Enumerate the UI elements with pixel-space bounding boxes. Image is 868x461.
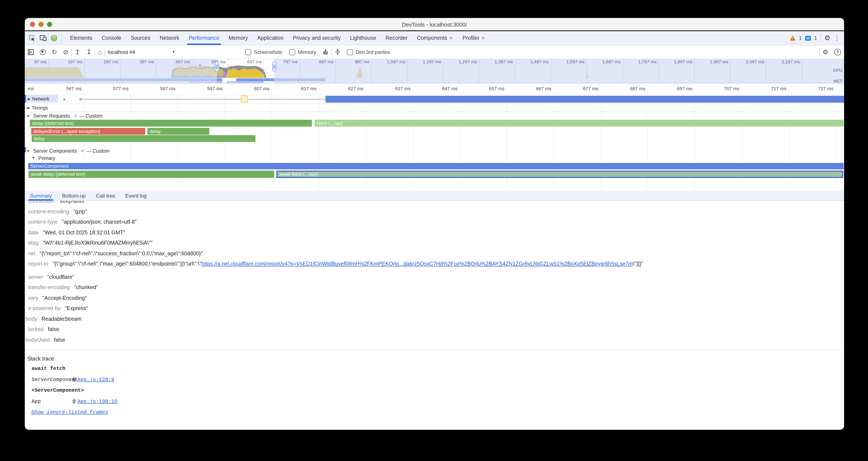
show-ignore-listed-frames-link[interactable]: Show ignore-listed frames	[31, 409, 108, 415]
expand-collapsed-icon[interactable]: ▶	[28, 97, 30, 101]
screenshots-checkbox[interactable]: Screenshots	[245, 49, 282, 55]
network-track-row[interactable]: ▶ Network	[25, 95, 844, 104]
expand-collapsed-icon[interactable]: ▶	[27, 106, 30, 110]
record-icon[interactable]	[40, 49, 46, 55]
custom-track-suffix: — Custom	[86, 148, 110, 153]
flame-bar-await-fetch-selected[interactable]: await fetch (.../api)	[276, 171, 843, 178]
settings-gear-icon[interactable]: ⚙	[824, 35, 830, 41]
tab-privacy-security[interactable]: Privacy and security	[288, 31, 345, 45]
show-ignore-listed-frames[interactable]: Show ignore-listed frames	[25, 407, 844, 418]
overview-tick-label: 1,997 ms	[694, 59, 730, 64]
tab-event-log[interactable]: Event log	[120, 191, 152, 201]
flame-bar-fetch-api[interactable]: fetch (.../api)	[315, 120, 844, 126]
flame-bar-delay-3[interactable]: delay	[32, 135, 255, 142]
dim-3rd-parties-checkbox[interactable]: Dim 3rd parties	[347, 49, 391, 55]
header-value: "Wed, 01 Oct 2025 18:32:01 GMT"	[43, 229, 125, 235]
collect-garbage-icon[interactable]	[323, 49, 329, 55]
tab-components[interactable]: Components⚛	[412, 31, 458, 45]
stack-frame-location-link[interactable]: App.js:190:16	[77, 398, 117, 404]
stack-frame-location-link[interactable]: App.js:128:9	[77, 377, 114, 382]
tab-memory[interactable]: Memory	[224, 31, 253, 45]
header-value: "W/\"4b1-RjEJloX9kRinu6F0MAZMmy6E5iA\""	[43, 240, 153, 246]
header-row: nel"{\"report_to\":\"cf-nel\",\"success_…	[25, 248, 844, 259]
header-row-report-to: report-to"{\"group\":\"cf-nel\",\"max_ag…	[25, 259, 844, 269]
warning-icon[interactable]	[790, 35, 796, 40]
overview-tick-label: 1,897 ms	[658, 59, 694, 64]
overview-tick-label: 297 ms	[84, 59, 120, 64]
flamechart-tracks[interactable]: ▶ Network ▶ Timings ▼ Server Requests	[25, 95, 844, 191]
timeline-overview[interactable]: 97 ms197 ms297 ms397 ms497 ms597 ms697 m…	[25, 59, 844, 83]
track-config-dot-icon[interactable]	[63, 98, 65, 100]
checkbox-box[interactable]	[245, 49, 251, 55]
report-to-link[interactable]: https://a.nel.cloudflare.com/report/v4?s…	[201, 261, 633, 267]
report-to-prefix: "{\"group\":\"cf-nel\",\"max_age\":60480…	[53, 261, 202, 267]
stack-frame-name: ServerComponent	[32, 374, 73, 385]
kebab-menu-icon[interactable]: ⋮	[834, 35, 840, 41]
expand-expanded-icon[interactable]: ▼	[32, 156, 35, 160]
network-request-bar[interactable]	[326, 96, 844, 103]
flame-bar-delay-deferred[interactable]: delay (deferred text)	[30, 120, 312, 126]
overview-tick-label: 697 ms	[228, 59, 264, 64]
divider	[820, 34, 821, 42]
live-metrics-home-icon[interactable]: ⌂	[98, 49, 102, 55]
flame-bar-delay-2[interactable]: delay	[147, 128, 209, 135]
ruler-tick-label: 667 ms	[507, 86, 554, 91]
stack-frame-at: @	[73, 398, 75, 404]
primary-group-header[interactable]: ▼ Primary	[25, 155, 844, 161]
performance-toolbar: ↻ ⊘ ↥ ↧ ⌂ localhost #4 ▼ Screenshots Mem…	[25, 45, 844, 59]
tab-application[interactable]: Application	[253, 31, 288, 45]
checkbox-box[interactable]	[347, 49, 353, 55]
tab-console[interactable]: Console	[97, 31, 126, 45]
issues-message-icon[interactable]	[805, 36, 811, 40]
timings-track-row[interactable]: ▶ Timings	[25, 104, 844, 112]
tab-sources[interactable]: Sources	[126, 31, 155, 45]
server-requests-track-header[interactable]: ▼ Server Requests ⚛ — Custom	[25, 113, 844, 119]
timings-track-label: Timings	[32, 105, 48, 110]
inspect-element-icon[interactable]	[29, 35, 35, 41]
stack-frame-name: App	[32, 396, 73, 407]
tab-performance[interactable]: Performance	[184, 31, 224, 45]
prop-key: bodyUsed	[26, 337, 50, 343]
memory-checkbox[interactable]: Memory	[289, 49, 316, 55]
tab-bottom-up[interactable]: Bottom-up	[57, 191, 91, 201]
header-key: x-powered-by	[28, 305, 60, 311]
network-track-header[interactable]: ▶ Network	[25, 95, 58, 103]
device-toolbar-icon[interactable]	[40, 35, 46, 41]
tab-summary[interactable]: Summary	[25, 191, 57, 201]
extension-gem-icon[interactable]	[51, 35, 57, 41]
flame-bar-delayed-error[interactable]: delayedError (...ayed exception)	[31, 128, 145, 135]
tab-lighthouse[interactable]: Lighthouse	[345, 31, 381, 45]
server-components-track-header[interactable]: ▼ Server Components ⚛ — Custom	[25, 148, 844, 154]
selection-handle-left[interactable]	[215, 62, 219, 72]
checkbox-box[interactable]	[289, 49, 295, 55]
ruler-ticks: 567 ms577 ms587 ms597 ms607 ms617 ms627 …	[25, 86, 836, 91]
history-select[interactable]: localhost #4 ▼	[108, 49, 175, 55]
tab-elements[interactable]: Elements	[65, 31, 97, 45]
tab-call-tree[interactable]: Call tree	[91, 191, 120, 201]
load-profile-icon[interactable]: ↥	[75, 49, 80, 55]
divider	[105, 48, 105, 56]
network-request-queued-marker[interactable]	[241, 95, 248, 103]
selection-handle-right[interactable]	[272, 62, 276, 72]
header-key: date	[28, 229, 39, 235]
overview-tick-label: 197 ms	[48, 59, 84, 64]
header-key: content-type	[28, 219, 58, 225]
toggle-sidebar-icon[interactable]	[28, 49, 34, 55]
flame-bar-server-component[interactable]: ServerComponent	[28, 163, 844, 169]
record-and-reload-icon[interactable]: ↻	[52, 49, 57, 55]
overview-ruler: 97 ms197 ms297 ms397 ms497 ms597 ms697 m…	[25, 59, 802, 64]
tab-network[interactable]: Network	[155, 31, 184, 45]
expand-expanded-icon[interactable]: ▼	[27, 149, 30, 153]
help-icon[interactable]: ?	[834, 49, 841, 55]
summary-pane[interactable]: connection"keep-alive" content-encoding"…	[25, 201, 844, 430]
compress-tracks-icon[interactable]	[335, 49, 341, 55]
save-profile-icon[interactable]: ↧	[86, 49, 91, 55]
network-request-line	[81, 99, 326, 99]
clear-icon[interactable]: ⊘	[63, 49, 68, 55]
tab-recorder[interactable]: Recorder	[381, 31, 412, 45]
tab-profiler[interactable]: Profiler⚛	[458, 31, 490, 45]
header-row: x-powered-by"Express"	[25, 303, 844, 314]
expand-expanded-icon[interactable]: ▼	[27, 114, 30, 118]
capture-settings-gear-icon[interactable]: ⚙	[823, 49, 828, 55]
flame-bar-await-delay[interactable]: await delay (deferred text)	[29, 171, 274, 178]
